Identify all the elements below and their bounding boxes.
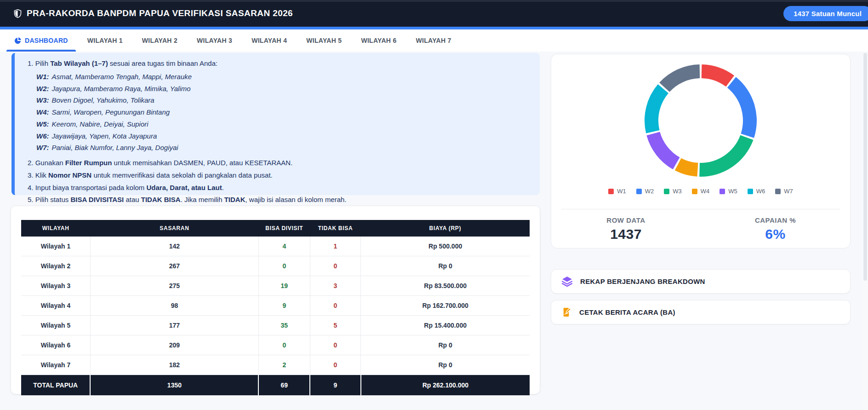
wilayah-coverage-item: W7:Paniai, Biak Numfor, Lanny Jaya, Dogi… — [36, 144, 529, 152]
tab-dashboard-label: DASHBOARD — [25, 37, 68, 44]
legend-swatch-w7 — [775, 189, 781, 194]
cell-biaya: Rp 15.400.000 — [361, 316, 530, 335]
cell-bisa: 2 — [258, 355, 310, 375]
wilayah-coverage-item: W5:Keerom, Nabire, Deiyai, Supiori — [36, 120, 529, 129]
col-header-wilayah: WILAYAH — [21, 220, 90, 237]
legend-swatch-w4 — [692, 189, 697, 194]
cell-sasaran: 182 — [90, 355, 258, 375]
cell-tidak: 3 — [310, 276, 361, 296]
tab-wilayah-7[interactable]: WILAYAH 7 — [406, 29, 461, 52]
donut-segment-w3[interactable] — [699, 135, 753, 177]
donut-segment-w6[interactable] — [645, 84, 668, 133]
cell-wilayah: Wilayah 4 — [21, 296, 90, 316]
table-row: Wilayah 49890Rp 162.700.000 — [21, 296, 530, 316]
tab-wilayah-3[interactable]: WILAYAH 3 — [187, 29, 242, 52]
wilayah-coverage-item: W4:Sarmi, Waropen, Pegunungan Bintang — [36, 108, 529, 117]
tab-wilayah-4[interactable]: WILAYAH 4 — [242, 29, 297, 52]
cell-sasaran: 275 — [90, 276, 258, 296]
tab-dashboard[interactable]: DASHBOARD — [5, 29, 78, 52]
cetak-berita-acara-label: CETAK BERITA ACARA (BA) — [579, 308, 675, 316]
row-data-label: ROW DATA — [551, 216, 701, 224]
wilayah-regencies: Keerom, Nabire, Deiyai, Supiori — [52, 120, 148, 128]
wilayah-coverage-item: W1:Asmat, Mamberamo Tengah, Mappi, Merau… — [36, 73, 529, 81]
rekap-berjenjang-button[interactable]: REKAP BERJENJANG BREAKDOWN — [551, 269, 851, 294]
scrollbar-thumb[interactable] — [863, 53, 867, 281]
pie-chart-icon — [14, 37, 22, 44]
table-row: Wilayah 226700Rp 0 — [21, 256, 530, 276]
instruction-step-3: 3. Klik Nomor NPSN untuk memverifikasi d… — [28, 171, 529, 180]
wilayah-regencies: Jayapura, Mamberamo Raya, Mimika, Yalimo — [52, 85, 191, 92]
donut-segment-w2[interactable] — [727, 77, 757, 138]
instruction-step-number: 1. — [28, 59, 35, 67]
legend-item-w7[interactable]: W7 — [775, 188, 793, 195]
instruction-step-1: 1. Pilih Tab Wilayah (1–7) sesuai area t… — [28, 59, 529, 68]
table-header-row: WILAYAH SASARAN BISA DIVISIT TIDAK BISA … — [21, 220, 530, 237]
tab-wilayah-7-label: WILAYAH 7 — [416, 37, 451, 44]
tab-wilayah-1-label: WILAYAH 1 — [87, 37, 123, 44]
instructions-panel: 1. Pilih Tab Wilayah (1–7) sesuai area t… — [11, 53, 540, 195]
donut-chart — [644, 64, 758, 179]
legend-label-w6: W6 — [756, 188, 765, 195]
cell-wilayah: Wilayah 1 — [21, 237, 90, 256]
row-data-stat: ROW DATA 1437 — [551, 216, 701, 242]
donut-segment-w5[interactable] — [646, 132, 680, 169]
tab-wilayah-2[interactable]: WILAYAH 2 — [132, 29, 187, 52]
wilayah-regencies: Boven Digoel, Yahukimo, Tolikara — [52, 96, 154, 104]
cell-wilayah: TOTAL PAPUA — [21, 375, 90, 396]
col-header-tidak-bisa: TIDAK BISA — [310, 220, 361, 237]
donut-segment-w4[interactable] — [675, 158, 698, 177]
cell-bisa: 0 — [258, 256, 310, 276]
satuan-count-badge[interactable]: 1437 Satuan Muncul — [783, 6, 868, 21]
cell-sasaran: 98 — [90, 296, 258, 316]
cetak-berita-acara-button[interactable]: CETAK BERITA ACARA (BA) — [551, 300, 851, 324]
cell-tidak: 5 — [310, 316, 361, 335]
cell-biaya: Rp 162.700.000 — [361, 296, 530, 316]
legend-item-w1[interactable]: W1 — [608, 188, 626, 195]
wilayah-coverage-list: W1:Asmat, Mamberamo Tengah, Mappi, Merau… — [36, 73, 529, 152]
table-row: Wilayah 718220Rp 0 — [21, 355, 530, 375]
cell-biaya: Rp 0 — [361, 256, 530, 276]
capaian-label: CAPAIAN % — [701, 216, 850, 224]
scrollbar-track[interactable] — [862, 29, 868, 410]
document-pen-icon — [561, 307, 572, 318]
wilayah-coverage-item: W3:Boven Digoel, Yahukimo, Tolikara — [36, 96, 529, 105]
instruction-step-number: 5. — [28, 196, 35, 203]
cell-tidak: 0 — [310, 296, 361, 316]
legend-item-w6[interactable]: W6 — [748, 188, 765, 195]
legend-label-w2: W2 — [645, 188, 654, 195]
tab-wilayah-1[interactable]: WILAYAH 1 — [78, 29, 132, 52]
row-data-value: 1437 — [551, 226, 701, 242]
wilayah-regencies: Sarmi, Waropen, Pegunungan Bintang — [52, 108, 170, 116]
donut-segment-w7[interactable] — [659, 64, 700, 92]
cell-bisa: 35 — [258, 316, 310, 335]
cell-biaya: Rp 0 — [361, 355, 530, 375]
app-header: PRA-RAKORDA BANPDM PAPUA VERIFIKASI SASA… — [0, 0, 868, 27]
instruction-step-4: 4. Input biaya transportasi pada kolom U… — [28, 184, 529, 192]
tab-wilayah-2-label: WILAYAH 2 — [142, 37, 177, 44]
chart-card: W1W2W3W4W5W6W7 ROW DATA 1437 CAPAIAN % 6… — [551, 54, 851, 248]
legend-label-w5: W5 — [728, 188, 737, 195]
header-accent-line — [0, 27, 868, 29]
donut-segment-w1[interactable] — [702, 64, 734, 87]
legend-label-w7: W7 — [784, 188, 793, 195]
legend-item-w5[interactable]: W5 — [720, 188, 737, 195]
tab-bar: DASHBOARD WILAYAH 1WILAYAH 2WILAYAH 3WIL… — [0, 29, 868, 52]
rekap-berjenjang-label: REKAP BERJENJANG BREAKDOWN — [580, 277, 705, 285]
legend-item-w2[interactable]: W2 — [636, 188, 654, 195]
wilayah-code: W5: — [36, 120, 49, 128]
wilayah-regencies: Asmat, Mamberamo Tengah, Mappi, Merauke — [52, 73, 192, 81]
instruction-step-number: 3. — [28, 171, 35, 179]
wilayah-coverage-item: W6:Jayawijaya, Yapen, Kota Jayapura — [36, 132, 529, 141]
legend-swatch-w1 — [608, 189, 614, 194]
legend-item-w4[interactable]: W4 — [692, 188, 710, 195]
wilayah-code: W6: — [36, 132, 49, 140]
instruction-step-number: 2. — [28, 159, 35, 167]
wilayah-code: W7: — [36, 144, 49, 151]
summary-table: WILAYAH SASARAN BISA DIVISIT TIDAK BISA … — [21, 220, 530, 395]
wilayah-code: W3: — [36, 96, 49, 104]
legend-swatch-w2 — [636, 189, 642, 194]
cell-bisa: 0 — [258, 335, 310, 355]
legend-item-w3[interactable]: W3 — [664, 188, 682, 195]
tab-wilayah-5[interactable]: WILAYAH 5 — [297, 29, 351, 52]
tab-wilayah-6[interactable]: WILAYAH 6 — [351, 29, 406, 52]
